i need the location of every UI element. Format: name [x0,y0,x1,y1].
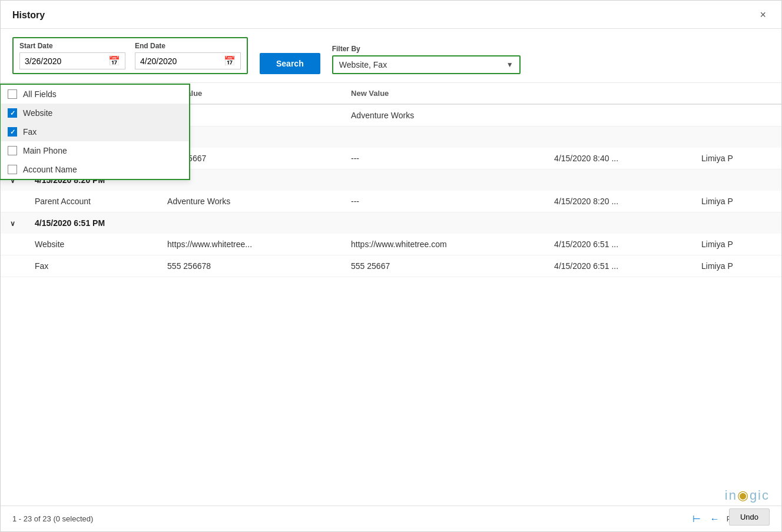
filter-option-fax-label: Fax [23,127,37,137]
row-new-value: --- [342,148,545,169]
row-changed-by: Limiya P [692,234,781,255]
close-button[interactable]: × [756,8,770,22]
row-changed-by: Limiya P [692,191,781,212]
prev-page-button[interactable]: ← [708,513,722,526]
first-page-button[interactable]: ⊢ [690,512,703,526]
filter-option-mainphone[interactable]: Main Phone [1,141,189,160]
filter-option-fax[interactable]: Fax [1,122,189,141]
row-new-value: https://www.whitetree.com [342,234,545,255]
history-dialog: History × Start Date 📅 End Date 📅 Search [0,0,782,532]
start-date-calendar-icon[interactable]: 📅 [108,55,120,66]
filter-checkbox-all[interactable] [8,89,17,99]
row-old-value: Adventure Works [158,191,342,212]
row-field-name: Parent Account [25,191,158,212]
footer: 1 - 23 of 23 (0 selected) ⊢ ← Page 1 → [1,506,781,531]
start-date-input[interactable] [25,56,107,66]
table-row: Fax 555 256678 555 25667 4/15/2020 6:51 … [1,255,781,277]
row-new-value: 555 25667 [342,255,545,277]
start-date-field: Start Date 📅 [19,42,125,69]
end-date-field: End Date 📅 [135,42,241,69]
dialog-header: History × [1,1,781,29]
col-new-value: New Value [342,83,545,104]
group-collapse-cell: ∨ [1,212,25,234]
filter-checkbox-accountname[interactable] [8,165,17,174]
row-changed-by [692,104,781,127]
filter-dropdown[interactable]: Website, Fax ▼ [332,55,521,74]
col-changed-date [545,83,692,104]
filter-dropdown-menu: All Fields Website Fax Main Phone [0,84,190,180]
footer-info: 1 - 23 of 23 (0 selected) [12,514,93,523]
filter-by-label: Filter By [332,45,521,53]
group-header-row: ∨ 4/15/2020 6:51 PM [1,212,781,234]
end-date-calendar-icon[interactable]: 📅 [224,55,236,66]
row-old-value: 555 256678 [158,255,342,277]
row-changed-date: 4/15/2020 8:20 ... [545,191,692,212]
row-changed-date: 4/15/2020 6:51 ... [545,234,692,255]
filter-option-accountname-label: Account Name [23,165,77,174]
start-date-label: Start Date [19,42,125,50]
filter-option-website[interactable]: Website [1,104,189,122]
branding: in◉gic [725,488,770,503]
row-changed-by: Limiya P [692,255,781,277]
row-changed-date [545,104,692,127]
filter-option-all[interactable]: All Fields [1,85,189,104]
toolbar: Start Date 📅 End Date 📅 Search Filter By… [1,29,781,83]
row-new-value: --- [342,191,545,212]
branding-text: in [725,488,737,503]
filter-option-mainphone-label: Main Phone [23,146,67,155]
group-chevron-icon[interactable]: ∨ [10,220,15,228]
row-collapse-cell [1,234,25,255]
filter-option-website-label: Website [23,108,52,118]
table-row: Website https://www.whitetree... https:/… [1,234,781,255]
undo-button[interactable]: Undo [729,508,770,526]
row-changed-by: Limiya P [692,148,781,169]
filter-checkbox-mainphone[interactable] [8,146,17,155]
filter-checkbox-website[interactable] [8,108,17,118]
branding-text2: gic [750,488,770,503]
filter-option-accountname[interactable]: Account Name [1,160,189,179]
chevron-down-icon: ▼ [506,61,513,69]
row-collapse-cell [1,255,25,277]
row-field-name: Fax [25,255,158,277]
filter-wrapper: Filter By Website, Fax ▼ All Fields Webs… [332,45,521,74]
date-range-group: Start Date 📅 End Date 📅 [12,37,248,74]
end-date-label: End Date [135,42,241,50]
col-changed-by [692,83,781,104]
start-date-input-wrap: 📅 [19,52,125,69]
group-header-label: 4/15/2020 6:51 PM [25,212,781,234]
end-date-input-wrap: 📅 [135,52,241,69]
search-button[interactable]: Search [260,53,320,74]
filter-option-all-label: All Fields [23,89,57,99]
dialog-title: History [12,10,45,21]
table-row: Parent Account Adventure Works --- 4/15/… [1,191,781,212]
row-collapse-cell [1,191,25,212]
filter-checkbox-fax[interactable] [8,127,17,137]
row-changed-date: 4/15/2020 6:51 ... [545,255,692,277]
row-field-name: Website [25,234,158,255]
row-new-value: Adventure Works [342,104,545,127]
branding-dot: ◉ [737,488,750,503]
end-date-input[interactable] [140,56,223,66]
filter-dropdown-text: Website, Fax [339,60,387,69]
row-changed-date: 4/15/2020 8:40 ... [545,148,692,169]
row-old-value: https://www.whitetree... [158,234,342,255]
